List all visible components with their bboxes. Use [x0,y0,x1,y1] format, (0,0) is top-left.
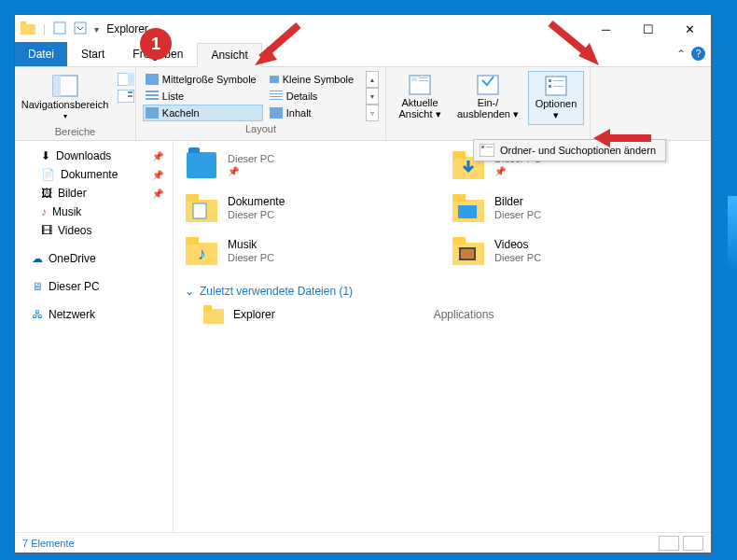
optionen-dropdown-item[interactable]: Ordner- und Suchoptionen ändern [473,139,666,161]
svg-rect-33 [186,237,199,245]
svg-rect-9 [128,91,132,93]
layout-mittelgrosse[interactable]: Mittelgroße Symbole [143,71,263,88]
svg-rect-10 [128,95,132,97]
tile-musik[interactable]: ♪ MusikDieser PC [185,234,433,268]
nav-musik[interactable]: ♪Musik [15,203,173,221]
recent-header[interactable]: ⌄Zuletzt verwendete Dateien (1) [185,285,700,298]
qat-dropdown-icon[interactable] [74,21,87,37]
svg-rect-3 [75,22,86,34]
pin-icon: 📌 [152,170,163,180]
close-button[interactable]: ✕ [669,15,711,43]
tile-dokumente[interactable]: DokumenteDieser PC [185,191,433,225]
qat-overflow-icon[interactable]: ▾ [94,24,99,35]
svg-rect-28 [193,203,206,218]
dokumente-folder-icon [186,194,217,222]
onedrive-icon: ☁ [32,252,43,265]
ein-ausblenden-icon [477,75,499,95]
svg-rect-25 [452,151,466,159]
pin-icon: 📌 [152,189,163,199]
details-pane-icon[interactable] [118,90,134,103]
svg-rect-12 [411,77,417,81]
tab-ansicht[interactable]: Ansicht [197,43,261,67]
nav-netzwerk[interactable]: 🖧Netzwerk [15,305,173,324]
qat-checkbox-icon[interactable] [53,21,66,37]
chevron-down-icon: ⌄ [185,285,194,298]
nav-dokumente[interactable]: 📄Dokumente📌 [15,165,173,184]
recent-section: ⌄Zuletzt verwendete Dateien (1) Explorer… [185,285,700,324]
svg-rect-30 [452,194,466,202]
navigationsbereich-button[interactable]: Navigationsbereich ▾ [16,71,115,124]
pin-icon: 📌 [228,165,274,178]
svg-rect-38 [461,249,474,259]
svg-rect-23 [486,147,493,147]
content-area: ⬇Downloads📌 📄Dokumente📌 🖼Bilder📌 ♪Musik … [15,141,711,532]
layout-kleine[interactable]: Kleine Symbole [267,71,360,88]
svg-rect-2 [54,22,65,34]
svg-rect-27 [186,194,199,202]
aktuelle-ansicht-icon [409,75,431,95]
nav-downloads[interactable]: ⬇Downloads📌 [15,147,173,165]
svg-rect-19 [549,85,551,88]
svg-rect-1 [21,21,26,25]
svg-rect-17 [549,79,551,82]
liste-icon [146,91,159,102]
ribbon-collapse-icon[interactable]: ⌃ [676,48,686,61]
minimize-button[interactable]: ─ [585,15,627,43]
svg-rect-40 [203,305,212,311]
status-count: 7 Elemente [22,538,75,549]
svg-rect-5 [53,76,61,96]
videos-icon: 🎞 [41,224,52,237]
tab-start[interactable]: Start [67,42,118,66]
layout-liste[interactable]: Liste [143,88,263,105]
svg-rect-13 [419,77,428,78]
bilder-icon: 🖼 [41,187,52,200]
pin-icon: 📌 [152,151,163,161]
window-title: Explorer [106,22,148,35]
tile-desktop[interactable]: Dieser PC📌 [185,148,433,182]
svg-rect-20 [553,86,563,87]
preview-pane-icon[interactable] [118,73,134,86]
layout-details[interactable]: Details [267,88,360,105]
svg-rect-22 [481,146,484,148]
kleine-icon [270,76,279,83]
maximize-button[interactable]: ☐ [627,15,669,43]
help-icon[interactable]: ? [691,47,705,61]
qat-divider: | [43,22,46,35]
layout-expand[interactable]: ▿ [366,105,379,121]
optionen-button[interactable]: Optionen ▾ [528,71,584,125]
view-tiles-button[interactable] [683,536,703,551]
tile-bilder[interactable]: BilderDieser PC [452,191,700,225]
details-icon [270,91,283,102]
aktuelle-ansicht-button[interactable]: Aktuelle Ansicht ▾ [392,71,448,123]
svg-rect-39 [203,309,224,324]
tab-datei[interactable]: Datei [15,42,67,66]
downloads-icon: ⬇ [41,149,50,162]
recent-item-explorer[interactable]: Explorer [203,305,275,324]
ein-ausblenden-button[interactable]: Ein-/ ausblenden ▾ [452,71,524,123]
explorer-icon [21,21,35,37]
svg-rect-7 [128,73,134,86]
nav-bilder[interactable]: 🖼Bilder📌 [15,184,173,203]
layout-kacheln[interactable]: Kacheln [143,105,263,121]
view-details-button[interactable] [659,536,679,551]
tile-videos[interactable]: VideosDieser PC [452,234,700,268]
svg-rect-18 [553,80,563,81]
pc-icon: 🖥 [32,280,43,293]
nav-videos[interactable]: 🎞Videos [15,221,173,240]
folder-icon [187,152,216,178]
explorer-window: | ▾ Explorer ─ ☐ ✕ Datei Start Freigeben… [14,14,712,553]
recent-item-location: Applications [434,308,494,321]
nav-onedrive[interactable]: ☁OneDrive [15,249,173,268]
svg-rect-31 [458,205,477,218]
svg-text:♪: ♪ [198,245,206,263]
kacheln-icon [146,107,159,119]
musik-icon: ♪ [41,205,47,218]
layout-scroll-up[interactable]: ▴ [366,71,379,88]
desktop-edge [728,196,737,271]
nav-dieserpc[interactable]: 🖥Dieser PC [15,277,173,296]
group-layout-title: Layout [245,123,276,134]
inhalt-icon [270,107,283,119]
layout-inhalt[interactable]: Inhalt [267,105,360,121]
layout-scroll-down[interactable]: ▾ [366,88,379,105]
group-bereiche-title: Bereiche [55,126,95,137]
